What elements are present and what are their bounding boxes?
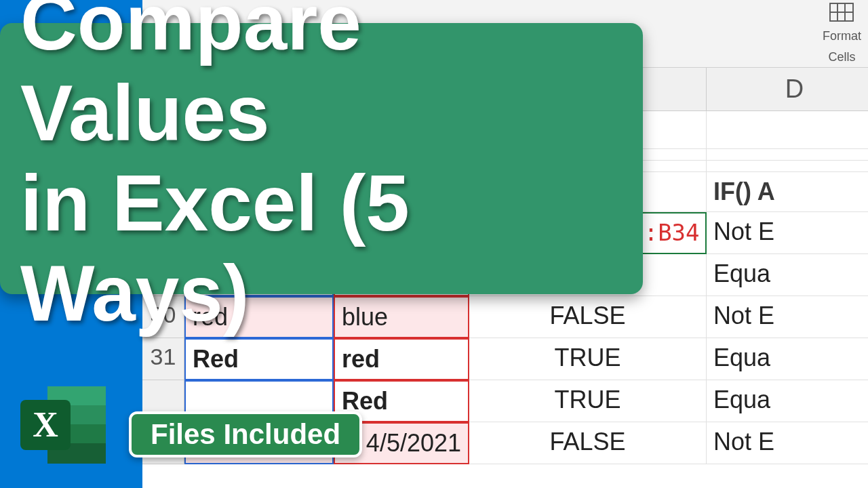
ribbon-group-label-cells: Cells (828, 50, 855, 64)
svg-rect-2 (837, 3, 845, 12)
svg-rect-6 (845, 12, 853, 21)
cell-E30[interactable]: Not E (707, 296, 868, 338)
format-button-label[interactable]: Format (823, 29, 861, 43)
cell-E27[interactable]: IF() A (707, 172, 868, 212)
title-overlay: Compare Values in Excel (5 Ways) (0, 23, 643, 294)
cell-C32[interactable]: TRUE (469, 380, 707, 422)
row-header-31[interactable]: 31 (142, 338, 184, 380)
cell-E29[interactable]: Equa (707, 254, 868, 296)
svg-text:X: X (33, 405, 58, 444)
svg-rect-3 (845, 3, 853, 12)
excel-logo-icon: X (16, 381, 111, 472)
col-header-D[interactable]: D (707, 68, 868, 111)
cell-C33[interactable]: FALSE (469, 422, 707, 464)
title-text: Compare Values in Excel (5 Ways) (20, 0, 623, 340)
cell-C31[interactable]: TRUE (469, 338, 707, 380)
cell-E33[interactable]: Not E (707, 422, 868, 464)
files-included-badge: Files Included (129, 411, 362, 458)
cell-B31[interactable]: red (334, 338, 469, 380)
svg-rect-4 (830, 12, 837, 21)
cell-A31[interactable]: Red (184, 338, 334, 380)
cell-D24[interactable] (707, 111, 868, 149)
svg-rect-1 (830, 3, 837, 12)
cell-E28[interactable]: Not E (707, 212, 868, 254)
ribbon-cells-group: Format Cells (823, 0, 861, 64)
svg-rect-5 (837, 12, 845, 21)
cell-E32[interactable]: Equa (707, 380, 868, 422)
cell-E31[interactable]: Equa (707, 338, 868, 380)
format-icon[interactable] (827, 0, 856, 26)
